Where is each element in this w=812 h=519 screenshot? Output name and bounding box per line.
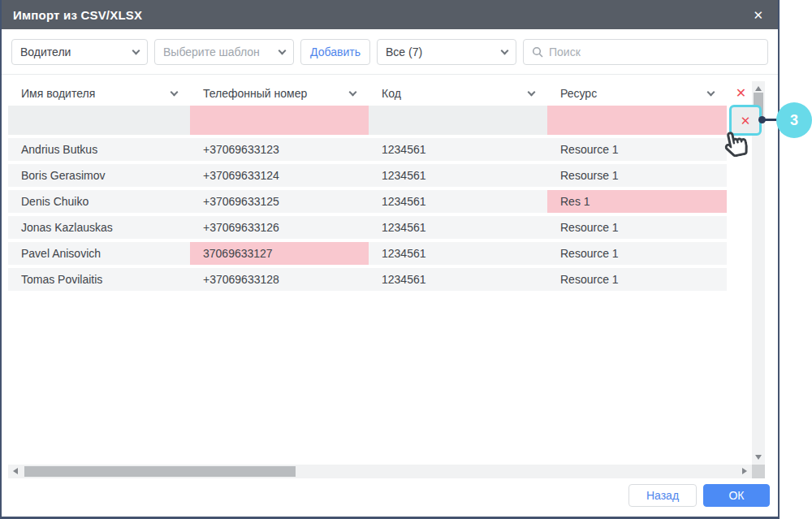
step-badge: 3	[776, 102, 812, 138]
template-select[interactable]: Выберите шаблон	[154, 39, 294, 65]
add-button[interactable]: Добавить	[300, 39, 370, 65]
close-icon[interactable]: ✕	[749, 7, 767, 23]
cell-resource[interactable]: Resourse 1	[547, 164, 727, 187]
chevron-down-icon	[171, 89, 179, 97]
cell-delete	[727, 242, 755, 265]
cell-driver-name[interactable]: Tomas Povilaitis	[8, 268, 190, 291]
cell-resource[interactable]: Resource 1	[547, 242, 727, 265]
delete-columns-icon[interactable]: ✕	[736, 87, 746, 100]
cell-driver-name[interactable]: Jonas Kazlauskas	[8, 216, 190, 239]
cell-delete	[727, 190, 755, 213]
column-header-driver-name[interactable]: Имя водителя	[8, 87, 190, 100]
table-row[interactable]: Andrius Butkus +37069633123 1234561 Reso…	[8, 138, 755, 161]
cell-driver-name[interactable]: Andrius Butkus	[8, 138, 190, 161]
cell-code[interactable]	[369, 106, 547, 135]
cell-phone[interactable]: +37069633126	[190, 216, 369, 239]
column-header-phone[interactable]: Телефонный номер	[190, 87, 369, 100]
column-header-label: Телефонный номер	[203, 87, 307, 100]
cell-resource[interactable]: Resource 1	[547, 138, 727, 161]
table-body: ✕ Andrius Butkus +37069633123 1234561 Re…	[8, 106, 755, 294]
cell-phone[interactable]: +37069633124	[190, 164, 369, 187]
search-input[interactable]	[549, 45, 759, 58]
scroll-down-icon[interactable]	[755, 455, 762, 460]
table-row[interactable]: Boris Gerasimov +37069633124 1234561 Res…	[8, 164, 755, 187]
scroll-left-icon[interactable]	[13, 468, 18, 474]
cell-delete	[727, 164, 755, 187]
cell-delete	[727, 216, 755, 239]
scrollbar-corner	[752, 465, 765, 478]
table-row[interactable]: Denis Chuiko +37069633125 1234561 Res 1	[8, 190, 755, 213]
filter-value: Все (7)	[386, 45, 422, 58]
cell-resource-invalid[interactable]: Res 1	[547, 190, 727, 213]
horizontal-scroll-thumb[interactable]	[24, 466, 296, 477]
scroll-right-icon[interactable]	[742, 468, 747, 474]
table-row[interactable]: Tomas Povilaitis +37069633128 1234561 Re…	[8, 268, 755, 291]
filter-select[interactable]: Все (7)	[377, 39, 516, 65]
chevron-down-icon	[349, 89, 357, 97]
column-header-resource[interactable]: Ресурс	[547, 87, 727, 100]
vertical-scrollbar[interactable]	[752, 81, 765, 465]
search-icon	[532, 46, 543, 58]
chevron-down-icon	[279, 46, 287, 54]
cell-phone[interactable]: +37069633125	[190, 190, 369, 213]
cell-driver-name[interactable]: Boris Gerasimov	[8, 164, 190, 187]
column-header-label: Имя водителя	[21, 87, 95, 100]
delete-columns-header: ✕	[727, 87, 755, 100]
cell-code[interactable]: 1234561	[369, 242, 547, 265]
column-header-label: Код	[382, 87, 401, 100]
screenshot-canvas: Импорт из CSV/XLSX ✕ Водители Выберите ш…	[0, 0, 812, 519]
cell-phone-invalid[interactable]	[190, 106, 369, 135]
cell-resource[interactable]: Resource 1	[547, 268, 727, 291]
column-header-code[interactable]: Код	[369, 87, 547, 100]
scroll-up-icon[interactable]	[755, 86, 762, 91]
cell-driver-name[interactable]	[8, 106, 190, 135]
cell-phone[interactable]: +37069633128	[190, 268, 369, 291]
cell-code[interactable]: 1234561	[369, 216, 547, 239]
table-header-row: Имя водителя Телефонный номер Код Ресурс…	[8, 81, 755, 106]
ok-button[interactable]: ОК	[703, 484, 770, 507]
cell-phone-invalid[interactable]: 37069633127	[190, 242, 369, 265]
dialog-footer: Назад ОК	[2, 479, 778, 517]
delete-row-icon: ✕	[741, 115, 751, 127]
cell-delete	[727, 268, 755, 291]
import-type-select[interactable]: Водители	[11, 39, 148, 65]
import-csv-dialog: Импорт из CSV/XLSX ✕ Водители Выберите ш…	[0, 0, 780, 519]
add-button-label: Добавить	[310, 45, 361, 58]
chevron-down-icon	[132, 46, 140, 54]
table-row-new-empty[interactable]: ✕	[8, 106, 755, 135]
table-row[interactable]: Jonas Kazlauskas +37069633126 1234561 Re…	[8, 216, 755, 239]
chevron-down-icon	[528, 89, 536, 97]
chevron-down-icon	[501, 46, 509, 54]
table-row[interactable]: Pavel Anisovich 37069633127 1234561 Reso…	[8, 242, 755, 265]
dialog-title: Импорт из CSV/XLSX	[13, 8, 749, 22]
toolbar: Водители Выберите шаблон Добавить Все (7…	[2, 29, 778, 75]
template-placeholder: Выберите шаблон	[163, 45, 260, 58]
cell-code[interactable]: 1234561	[369, 190, 547, 213]
back-button[interactable]: Назад	[628, 484, 697, 507]
chevron-down-icon	[707, 89, 715, 97]
cell-resource-invalid[interactable]	[547, 106, 727, 135]
column-header-label: Ресурс	[560, 87, 597, 100]
horizontal-scrollbar[interactable]	[8, 465, 752, 478]
cell-code[interactable]: 1234561	[369, 138, 547, 161]
cell-phone[interactable]: +37069633123	[190, 138, 369, 161]
cell-code[interactable]: 1234561	[369, 164, 547, 187]
cell-code[interactable]: 1234561	[369, 268, 547, 291]
cell-resource[interactable]: Resource 1	[547, 216, 727, 239]
cell-driver-name[interactable]: Denis Chuiko	[8, 190, 190, 213]
search-box	[523, 39, 768, 65]
import-type-value: Водители	[20, 45, 71, 58]
dialog-titlebar: Импорт из CSV/XLSX ✕	[2, 0, 778, 29]
cell-driver-name[interactable]: Pavel Anisovich	[8, 242, 190, 265]
